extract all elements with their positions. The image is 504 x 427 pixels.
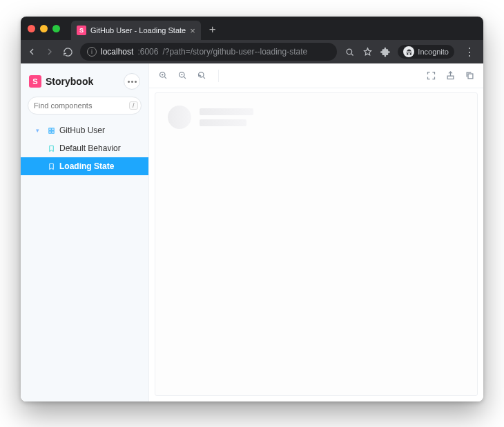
tree-group-github-user[interactable]: ▾ GitHub User: [21, 121, 148, 139]
story-tree: ▾ GitHub User Default Behavior: [21, 121, 148, 175]
maximize-window-button[interactable]: [52, 25, 60, 32]
story-icon: [47, 163, 55, 170]
fullscreen-button[interactable]: [425, 70, 436, 81]
search-engine-icon[interactable]: [344, 46, 355, 57]
zoom-in-button[interactable]: [157, 70, 168, 81]
component-icon: [47, 127, 55, 135]
window-controls: [28, 25, 60, 32]
search-input-wrapper[interactable]: /: [28, 97, 142, 115]
extensions-icon[interactable]: [380, 46, 391, 57]
incognito-label: Incognito: [418, 48, 449, 56]
skeleton-line: [200, 108, 253, 115]
open-in-new-tab-button[interactable]: [445, 70, 456, 81]
svg-rect-10: [468, 74, 473, 79]
svg-rect-4: [48, 130, 50, 132]
story-preview-frame: [155, 92, 478, 396]
zoom-out-button[interactable]: [177, 70, 188, 81]
storybook-sidebar: S Storybook / ▾: [21, 63, 149, 401]
svg-rect-3: [51, 128, 53, 130]
collapse-icon: ▾: [36, 127, 43, 134]
close-window-button[interactable]: [28, 25, 35, 32]
browser-tab-bar: S GitHub User - Loading State × +: [21, 17, 483, 40]
toolbar-divider: [218, 70, 219, 82]
tree-story-label: Loading State: [59, 161, 114, 171]
tree-story-default-behavior[interactable]: Default Behavior: [21, 139, 148, 157]
storybook-logo-text: Storybook: [46, 76, 93, 87]
browser-window: S GitHub User - Loading State × + i loca…: [21, 17, 483, 401]
tree-group-label: GitHub User: [59, 126, 105, 135]
story-icon: [47, 145, 55, 152]
close-tab-icon[interactable]: ×: [190, 26, 195, 36]
svg-rect-9: [447, 76, 454, 79]
skeleton-line: [200, 119, 246, 126]
storybook-logo-icon: S: [29, 75, 41, 88]
loading-skeleton: [168, 106, 465, 129]
storybook-canvas: [149, 63, 483, 401]
skeleton-avatar: [168, 106, 191, 129]
site-info-icon[interactable]: i: [87, 47, 97, 57]
copy-link-button[interactable]: [464, 70, 475, 81]
address-bar[interactable]: i localhost:6006/?path=/story/github-use…: [80, 43, 337, 61]
minimize-window-button[interactable]: [40, 25, 48, 32]
zoom-reset-button[interactable]: [196, 70, 207, 81]
tab-favicon-storybook-icon: S: [77, 26, 86, 35]
svg-point-8: [198, 72, 204, 78]
bookmark-star-icon[interactable]: [362, 46, 373, 57]
browser-tab[interactable]: S GitHub User - Loading State ×: [71, 21, 201, 40]
storybook-logo[interactable]: S Storybook: [29, 75, 93, 88]
url-port: :6006: [137, 47, 158, 57]
search-shortcut-hint: /: [129, 101, 138, 110]
back-button[interactable]: [26, 46, 37, 57]
url-host: localhost: [101, 47, 133, 57]
tab-title: GitHub User - Loading State: [90, 26, 186, 34]
canvas-toolbar: [149, 63, 483, 88]
search-input[interactable]: [34, 101, 129, 110]
forward-button[interactable]: [44, 46, 55, 57]
url-path: /?path=/story/github-user--loading-state: [162, 47, 307, 57]
tree-story-loading-state[interactable]: Loading State: [21, 157, 148, 175]
browser-menu-button[interactable]: ⋮: [461, 46, 478, 59]
tree-story-label: Default Behavior: [59, 143, 121, 153]
reload-button[interactable]: [62, 46, 73, 57]
incognito-indicator[interactable]: Incognito: [398, 45, 454, 59]
svg-rect-5: [51, 130, 53, 132]
svg-point-0: [347, 49, 352, 54]
storybook-app: S Storybook / ▾: [21, 63, 483, 401]
browser-toolbar: i localhost:6006/?path=/story/github-use…: [21, 40, 483, 63]
new-tab-button[interactable]: +: [209, 23, 216, 37]
sidebar-menu-button[interactable]: [124, 73, 140, 90]
svg-rect-2: [48, 128, 50, 130]
incognito-icon: [403, 46, 414, 57]
